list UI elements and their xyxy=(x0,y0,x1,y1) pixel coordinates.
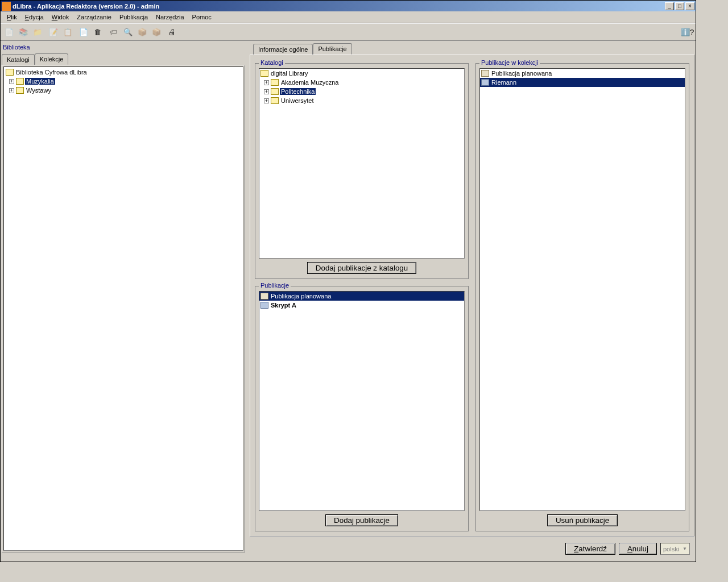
katalogi-tree[interactable]: digital Library + Akademia Muzyczna + xyxy=(259,68,465,259)
folder-icon xyxy=(260,70,268,77)
folder-icon xyxy=(16,78,24,85)
list-item[interactable]: Publikacja planowana xyxy=(259,292,464,301)
menu-narzedzia[interactable]: Narzędzia xyxy=(152,13,188,22)
tree-item-muzykalia[interactable]: + Muzykalia xyxy=(5,77,242,86)
toolbar-btn-6[interactable]: 📄 xyxy=(77,26,90,39)
right-panel: Informacje ogólne Publikacje Katalogi di… xyxy=(250,42,694,560)
doc-icon xyxy=(481,70,489,77)
toolbar-btn-4[interactable]: 📝 xyxy=(47,26,60,39)
legend-katalogi: Katalogi xyxy=(259,59,285,66)
menu-widok[interactable]: Widok xyxy=(48,13,73,22)
app-window: dLibra - Aplikacja Redaktora (version 2.… xyxy=(0,0,696,562)
expand-icon[interactable]: + xyxy=(9,79,14,84)
list-item[interactable]: Riemann xyxy=(480,78,685,87)
toolbar-btn-8[interactable]: 🏷 xyxy=(107,26,120,39)
toolbar-btn-11[interactable]: 📦 xyxy=(150,26,163,39)
tab-katalogi[interactable]: Katalogi xyxy=(2,54,35,65)
left-panel: Biblioteka Katalogi Kolekcje Biblioteka … xyxy=(2,42,245,560)
left-tabs: Katalogi Kolekcje xyxy=(2,53,245,65)
minimize-button[interactable]: _ xyxy=(665,2,674,10)
toolbar-delete-icon[interactable]: 🗑 xyxy=(91,26,104,39)
expand-icon[interactable]: + xyxy=(9,88,14,93)
menu-pomoc[interactable]: Pomoc xyxy=(188,13,216,22)
right-col-left: Katalogi digital Library + Akademia Muzy… xyxy=(255,60,469,531)
add-publications-button[interactable]: Dodaj publikacje xyxy=(325,514,398,526)
menu-publikacja[interactable]: Publikacja xyxy=(115,13,152,22)
legend-wkolekcji: Publikacje w kolekcji xyxy=(479,59,540,66)
toolbar: 📄 📚 📁 📝 📋 📄 🗑 🏷 🔍 📦 📦 🖨 ℹ️? xyxy=(1,23,696,41)
list-item[interactable]: Skrypt A xyxy=(259,301,464,310)
bottom-bar: Zatwierdź Anuluj polski ▼ xyxy=(250,537,694,560)
left-tree[interactable]: Biblioteka Cyfrowa dLibra + Muzykalia + … xyxy=(3,66,243,551)
publikacje-list[interactable]: Publikacja planowana Skrypt A xyxy=(259,291,465,511)
chevron-down-icon: ▼ xyxy=(682,546,687,551)
expand-icon[interactable]: + xyxy=(264,98,269,103)
folder-icon xyxy=(271,79,279,86)
toolbar-btn-2[interactable]: 📚 xyxy=(16,26,30,39)
expand-icon[interactable]: + xyxy=(264,89,269,94)
toolbar-btn-10[interactable]: 📦 xyxy=(135,26,148,39)
add-from-catalog-button[interactable]: Dodaj publikacje z katalogu xyxy=(307,262,416,274)
expand-icon[interactable]: + xyxy=(264,80,269,85)
tree-item-wystawy[interactable]: + Wystawy xyxy=(5,86,242,95)
menu-plik[interactable]: Plik xyxy=(3,13,21,22)
folder-icon xyxy=(6,69,14,76)
tab-informacje-ogolne[interactable]: Informacje ogólne xyxy=(253,44,313,55)
toolbar-btn-3[interactable]: 📁 xyxy=(31,26,44,39)
remove-publications-button[interactable]: Usuń publikacje xyxy=(547,514,618,526)
right-col-right: Publikacje w kolekcji Publikacja planowa… xyxy=(475,60,689,531)
tab-kolekcje[interactable]: Kolekcje xyxy=(35,53,69,65)
toolbar-btn-1[interactable]: 📄 xyxy=(2,26,15,39)
groupbox-publikacje: Publikacje Publikacja planowana Skrypt A xyxy=(255,286,469,531)
maximize-button[interactable]: □ xyxy=(675,2,684,10)
confirm-button[interactable]: Zatwierdź xyxy=(565,543,615,555)
katalogi-item[interactable]: + Uniwersytet xyxy=(259,96,464,105)
app-icon xyxy=(2,2,11,11)
language-combo[interactable]: polski ▼ xyxy=(660,543,690,555)
folder-icon xyxy=(271,88,279,95)
left-section-label: Biblioteka xyxy=(2,42,245,52)
katalogi-root[interactable]: digital Library xyxy=(259,69,464,78)
toolbar-print-icon[interactable]: 🖨 xyxy=(166,26,179,39)
groupbox-katalogi: Katalogi digital Library + Akademia Muzy… xyxy=(255,63,469,279)
titlebar: dLibra - Aplikacja Redaktora (version 2.… xyxy=(1,1,696,11)
menu-edycja[interactable]: Edycja xyxy=(21,13,48,22)
right-tab-body: Katalogi digital Library + Akademia Muzy… xyxy=(250,55,694,537)
tab-publikacje[interactable]: Publikacje xyxy=(313,43,351,55)
doc-icon xyxy=(260,293,268,300)
menubar: Plik Edycja Widok Zarządzanie Publikacja… xyxy=(1,11,696,23)
toolbar-help-icon[interactable]: ℹ️? xyxy=(681,26,694,39)
book-icon xyxy=(260,302,268,309)
book-icon xyxy=(481,79,489,86)
left-tab-body: Biblioteka Cyfrowa dLibra + Muzykalia + … xyxy=(2,65,245,552)
legend-publikacje: Publikacje xyxy=(259,282,291,289)
folder-icon xyxy=(16,87,24,94)
tree-root[interactable]: Biblioteka Cyfrowa dLibra xyxy=(5,68,242,77)
wkolekcji-list[interactable]: Publikacja planowana Riemann xyxy=(479,68,685,511)
toolbar-search-icon[interactable]: 🔍 xyxy=(121,26,134,39)
toolbar-btn-5[interactable]: 📋 xyxy=(61,26,74,39)
menu-zarzadzanie[interactable]: Zarządzanie xyxy=(73,13,115,22)
katalogi-item[interactable]: + Akademia Muzyczna xyxy=(259,78,464,87)
cancel-button[interactable]: Anuluj xyxy=(619,543,657,555)
list-item[interactable]: Publikacja planowana xyxy=(480,69,685,78)
right-tabs: Informacje ogólne Publikacje xyxy=(253,43,694,55)
main-area: Biblioteka Katalogi Kolekcje Biblioteka … xyxy=(1,41,696,562)
groupbox-wkolekcji: Publikacje w kolekcji Publikacja planowa… xyxy=(475,63,689,531)
close-button[interactable]: × xyxy=(685,2,694,10)
katalogi-item[interactable]: + Politechnika xyxy=(259,87,464,96)
folder-icon xyxy=(271,97,279,104)
language-value: polski xyxy=(663,546,679,552)
window-title: dLibra - Aplikacja Redaktora (version 2.… xyxy=(13,3,664,10)
